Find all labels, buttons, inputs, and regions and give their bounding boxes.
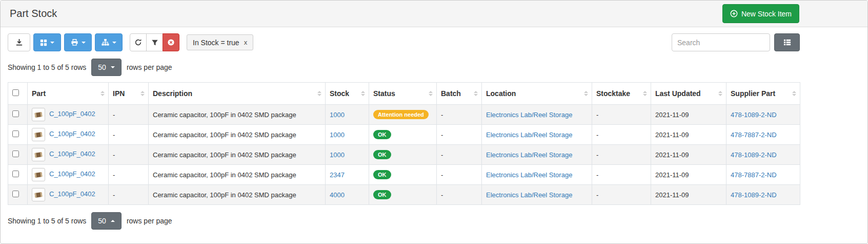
part-link[interactable]: C_100pF_0402 — [49, 190, 95, 198]
chevron-down-icon — [111, 66, 115, 68]
supplier-part-link[interactable]: 478-1089-2-ND — [731, 191, 777, 199]
status-badge: Attention needed — [373, 110, 429, 119]
sort-icon — [792, 91, 796, 96]
sitemap-icon — [102, 39, 109, 46]
select-all-checkbox[interactable] — [12, 89, 19, 96]
clear-filters-button[interactable] — [163, 33, 179, 51]
supplier-part-cell: 478-1089-2-ND — [726, 185, 800, 205]
supplier-part-link[interactable]: 478-1089-2-ND — [731, 111, 777, 119]
toolbar-left: In Stock = true x — [8, 33, 253, 51]
column-header-batch[interactable]: Batch — [437, 83, 482, 105]
column-header-stock[interactable]: Stock — [326, 83, 369, 105]
column-header-stocktake[interactable]: Stocktake — [592, 83, 651, 105]
stock-actions-dropdown-button[interactable] — [95, 33, 123, 51]
location-link[interactable]: Electronics Lab/Reel Storage — [486, 111, 572, 119]
sort-icon — [429, 91, 433, 96]
part-thumbnail[interactable] — [32, 108, 45, 121]
add-filter-button[interactable] — [146, 33, 163, 51]
location-link[interactable]: Electronics Lab/Reel Storage — [486, 171, 572, 179]
ipn-cell: - — [109, 185, 149, 205]
page-size-dropdown[interactable]: 50 — [91, 212, 122, 230]
filter-funnel-icon — [151, 39, 158, 46]
last-updated-cell: 2021-11-09 — [651, 145, 726, 165]
location-link[interactable]: Electronics Lab/Reel Storage — [486, 151, 572, 159]
columns-dropdown-button[interactable] — [33, 33, 61, 51]
part-link[interactable]: C_100pF_0402 — [49, 170, 95, 178]
download-button[interactable] — [8, 33, 30, 51]
remove-filter-icon[interactable]: x — [244, 39, 248, 46]
last-updated-cell: 2021-11-09 — [651, 185, 726, 205]
stock-cell: 1000 — [326, 125, 369, 145]
search-input[interactable] — [672, 33, 770, 51]
supplier-part-link[interactable]: 478-7887-2-ND — [731, 171, 777, 179]
row-checkbox[interactable] — [12, 130, 19, 137]
stock-link[interactable]: 1000 — [330, 111, 345, 119]
row-checkbox[interactable] — [12, 110, 19, 117]
part-cell: C_100pF_0402 — [28, 125, 109, 145]
location-cell: Electronics Lab/Reel Storage — [482, 165, 592, 185]
stocktake-cell: - — [592, 125, 651, 145]
part-link[interactable]: C_100pF_0402 — [49, 150, 95, 158]
location-cell: Electronics Lab/Reel Storage — [482, 105, 592, 125]
column-label: IPN — [113, 89, 125, 98]
part-link[interactable]: C_100pF_0402 — [49, 110, 95, 118]
table-header-row: Part IPN Description Stock Status Batch … — [8, 83, 800, 105]
last-updated-cell: 2021-11-09 — [651, 125, 726, 145]
part-thumbnail[interactable] — [32, 148, 45, 161]
column-visibility-button[interactable] — [774, 33, 800, 51]
stock-link[interactable]: 4000 — [330, 191, 345, 199]
chevron-up-icon — [111, 220, 115, 222]
column-label: Description — [153, 89, 192, 98]
row-checkbox[interactable] — [12, 171, 19, 177]
supplier-part-link[interactable]: 478-7887-2-ND — [731, 131, 777, 139]
status-cell: Attention needed — [369, 105, 437, 125]
stock-link[interactable]: 2347 — [330, 171, 345, 179]
column-label: Stock — [330, 89, 349, 98]
checkbox-cell — [8, 145, 28, 165]
column-header-ipn[interactable]: IPN — [109, 83, 149, 105]
supplier-part-cell: 478-1089-2-ND — [726, 145, 800, 165]
sort-icon — [100, 91, 105, 96]
new-stock-item-label: New Stock Item — [741, 10, 792, 18]
new-stock-item-button[interactable]: New Stock Item — [722, 4, 799, 23]
ipn-cell: - — [109, 105, 149, 125]
part-thumbnail[interactable] — [32, 128, 45, 141]
batch-cell: - — [437, 185, 482, 205]
part-cell: C_100pF_0402 — [28, 105, 109, 125]
capacitor-icon — [34, 152, 42, 158]
supplier-part-link[interactable]: 478-1089-2-ND — [731, 151, 777, 159]
chevron-down-icon — [50, 42, 54, 44]
part-thumbnail[interactable] — [32, 188, 45, 201]
location-link[interactable]: Electronics Lab/Reel Storage — [486, 191, 572, 199]
page-header: Part Stock New Stock Item — [1, 1, 867, 27]
description-cell: Ceramic capacitor, 100pF in 0402 SMD pac… — [149, 145, 326, 165]
batch-cell: - — [437, 165, 482, 185]
description-cell: Ceramic capacitor, 100pF in 0402 SMD pac… — [149, 125, 326, 145]
row-checkbox[interactable] — [12, 151, 19, 157]
pagination-showing-text: Showing 1 to 5 of 5 rows — [8, 217, 86, 225]
column-header-description[interactable]: Description — [149, 83, 326, 105]
print-dropdown-button[interactable] — [64, 33, 92, 51]
column-header-location[interactable]: Location — [482, 83, 592, 105]
capacitor-icon — [34, 132, 42, 138]
active-filter-tag[interactable]: In Stock = true x — [187, 34, 253, 50]
stock-link[interactable]: 1000 — [330, 151, 345, 159]
part-thumbnail[interactable] — [32, 168, 45, 181]
column-header-part[interactable]: Part — [28, 83, 109, 105]
status-cell: OK — [369, 145, 437, 165]
sort-icon — [474, 91, 478, 96]
status-badge: OK — [373, 170, 391, 179]
row-checkbox[interactable] — [12, 191, 19, 197]
x-circle-icon — [167, 39, 175, 46]
stock-link[interactable]: 1000 — [330, 131, 345, 139]
column-label: Status — [373, 89, 395, 98]
part-link[interactable]: C_100pF_0402 — [49, 130, 95, 138]
column-header-status[interactable]: Status — [369, 83, 437, 105]
page-size-dropdown[interactable]: 50 — [91, 59, 122, 76]
refresh-button[interactable] — [130, 33, 147, 51]
table-row: C_100pF_0402 - Ceramic capacitor, 100pF … — [8, 185, 800, 205]
sort-icon — [718, 91, 722, 96]
column-header-last-updated[interactable]: Last Updated — [651, 83, 726, 105]
column-header-supplier-part[interactable]: Supplier Part — [726, 83, 800, 105]
location-link[interactable]: Electronics Lab/Reel Storage — [486, 131, 572, 139]
